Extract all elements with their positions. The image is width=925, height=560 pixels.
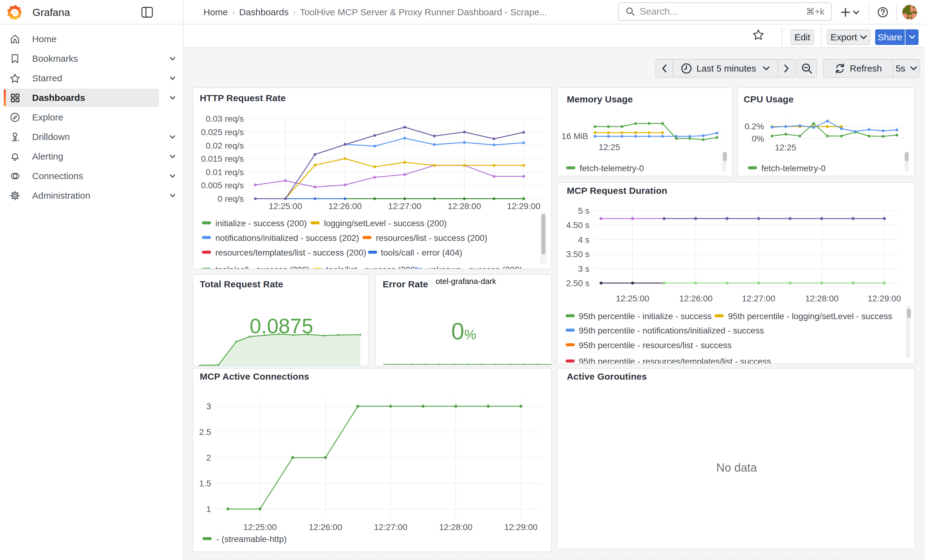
svg-text:0%: 0%	[752, 134, 764, 143]
svg-text:12:26:00: 12:26:00	[328, 201, 362, 211]
svg-text:fetch-telemetry-0: fetch-telemetry-0	[761, 164, 826, 173]
svg-text:12:25:00: 12:25:00	[269, 201, 302, 211]
svg-text:4 s: 4 s	[578, 235, 589, 245]
svg-text:12:26:00: 12:26:00	[309, 522, 342, 532]
svg-text:3.50 s: 3.50 s	[566, 249, 589, 259]
svg-text:12:25: 12:25	[599, 143, 620, 152]
svg-text:3 s: 3 s	[578, 264, 589, 273]
svg-text:fetch-telemetry-0: fetch-telemetry-0	[580, 164, 644, 173]
svg-text:3: 3	[206, 402, 211, 411]
svg-text:0.01 req/s: 0.01 req/s	[206, 168, 244, 177]
svg-text:12:29:00: 12:29:00	[505, 522, 538, 532]
svg-text:4.50 s: 4.50 s	[566, 221, 589, 230]
svg-text:1.5: 1.5	[199, 479, 211, 488]
svg-text:12:29:00: 12:29:00	[868, 294, 901, 303]
svg-text:logging/setLevel - success (20: logging/setLevel - success (200)	[324, 219, 447, 228]
svg-text:1: 1	[206, 504, 211, 514]
svg-text:0.005 req/s: 0.005 req/s	[201, 181, 244, 190]
svg-text:tools/call - success (200): tools/call - success (200)	[215, 265, 310, 269]
svg-text:12:27:00: 12:27:00	[374, 522, 407, 532]
svg-text:95th percentile - notification: 95th percentile - notifications/initiali…	[579, 326, 764, 335]
svg-text:95th percentile - initialize -: 95th percentile - initialize - success	[579, 311, 711, 321]
svg-text:95th percentile - logging/setL: 95th percentile - logging/setLevel - suc…	[728, 311, 892, 321]
svg-text:12:29:00: 12:29:00	[507, 201, 541, 211]
svg-text:resources/templates/list - suc: resources/templates/list - success (200)	[215, 248, 366, 257]
svg-text:resources/list - success (200): resources/list - success (200)	[376, 233, 487, 243]
svg-text:unknown - success (200): unknown - success (200)	[427, 265, 522, 269]
svg-text:95th percentile - resources/te: 95th percentile - resources/templates/li…	[579, 357, 771, 364]
svg-text:2: 2	[206, 453, 211, 462]
svg-text:12:26:00: 12:26:00	[679, 294, 713, 303]
svg-text:12:28:00: 12:28:00	[805, 294, 839, 303]
svg-text:12:27:00: 12:27:00	[742, 294, 776, 303]
svg-text:0.025 req/s: 0.025 req/s	[201, 128, 244, 137]
svg-text:tools/list - success (200): tools/list - success (200)	[326, 265, 418, 269]
svg-text:0.03 req/s: 0.03 req/s	[206, 114, 244, 123]
svg-text:- (streamable-http): - (streamable-http)	[216, 534, 286, 544]
svg-text:initialize - success (200): initialize - success (200)	[215, 219, 307, 228]
svg-text:0 req/s: 0 req/s	[217, 194, 244, 204]
svg-text:12:25: 12:25	[775, 143, 796, 152]
svg-text:notifications/initialized - su: notifications/initialized - success (202…	[215, 233, 359, 243]
svg-text:2.50 s: 2.50 s	[566, 278, 589, 288]
svg-text:12:25:00: 12:25:00	[616, 294, 649, 303]
svg-text:12:28:00: 12:28:00	[439, 522, 473, 532]
svg-text:0.02 req/s: 0.02 req/s	[206, 141, 244, 150]
svg-text:95th percentile - resources/li: 95th percentile - resources/list - succe…	[579, 341, 732, 350]
svg-text:5 s: 5 s	[578, 206, 589, 216]
svg-text:0.2%: 0.2%	[744, 122, 764, 131]
svg-text:0.015 req/s: 0.015 req/s	[201, 154, 244, 164]
svg-text:12:27:00: 12:27:00	[388, 201, 422, 211]
svg-text:16 MiB: 16 MiB	[562, 131, 588, 141]
svg-text:tools/call - error (404): tools/call - error (404)	[381, 248, 462, 257]
svg-text:12:28:00: 12:28:00	[448, 201, 481, 211]
svg-text:12:25:00: 12:25:00	[244, 522, 277, 532]
svg-text:2.5: 2.5	[199, 427, 211, 437]
